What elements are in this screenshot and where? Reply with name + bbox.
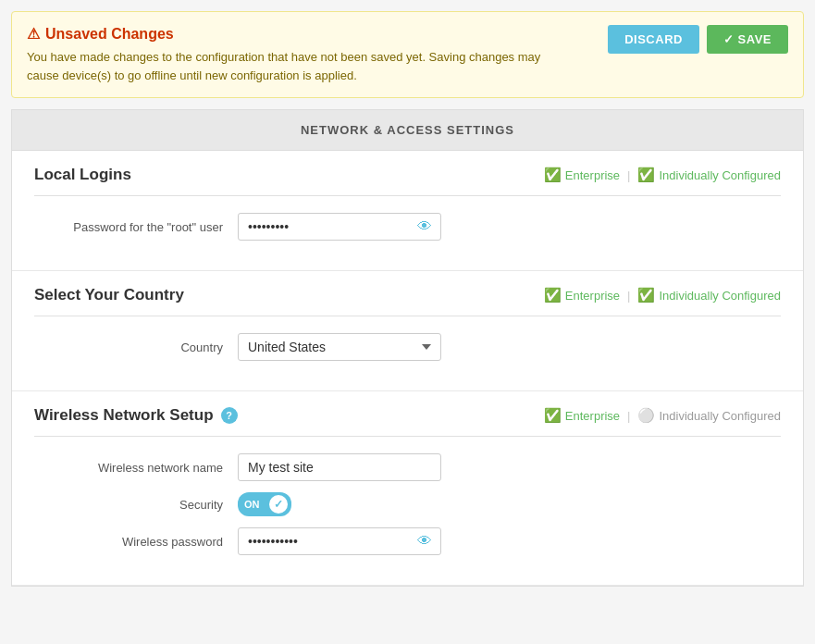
badge-enterprise-country: ✅ Enterprise [544, 287, 620, 303]
country-select-wrap: United States Canada United Kingdom Aust… [238, 333, 441, 361]
wireless-help-icon[interactable]: ? [221, 407, 238, 424]
wifi-password-label: Wireless password [53, 535, 238, 549]
badge-enterprise-wireless: ✅ Enterprise [544, 407, 620, 424]
security-toggle-wrap: ON ✓ [238, 492, 291, 516]
badge-separator-country: | [627, 289, 630, 303]
form-row-security: Security ON ✓ [34, 492, 781, 516]
discard-button[interactable]: DISCARD [608, 25, 699, 54]
wifi-name-input[interactable] [238, 453, 441, 481]
root-password-input[interactable] [238, 213, 441, 241]
badge-separator-wireless: | [627, 409, 630, 423]
form-row-wifi-name: Wireless network name [34, 453, 781, 481]
toggle-label: ON [244, 499, 260, 510]
security-toggle[interactable]: ON ✓ [238, 492, 291, 516]
enterprise-check-icon-wireless: ✅ [544, 407, 562, 424]
badge-separator: | [627, 168, 630, 182]
root-password-eye-icon[interactable]: 👁 [417, 218, 432, 235]
wifi-name-wrap [238, 453, 441, 481]
section-local-logins-title: Local Logins [34, 166, 131, 184]
form-row-root-password: Password for the "root" user 👁 [34, 213, 781, 241]
enterprise-check-icon-country: ✅ [544, 287, 562, 303]
badge-individual-wireless: ⚪ Individually Configured [637, 407, 781, 424]
security-label: Security [53, 498, 238, 512]
toggle-knob: ✓ [269, 495, 288, 514]
individual-check-icon-country: ✅ [637, 287, 655, 303]
wifi-password-input[interactable] [238, 527, 441, 555]
wifi-password-eye-icon[interactable]: 👁 [417, 533, 432, 550]
toggle-check-icon: ✓ [274, 498, 283, 511]
page-header: NETWORK & ACCESS SETTINGS [11, 109, 804, 151]
individual-check-icon: ✅ [637, 167, 655, 183]
section-local-logins: Local Logins ✅ Enterprise | ✅ Individual… [12, 151, 803, 271]
section-country-title: Select Your Country [34, 286, 184, 304]
unsaved-banner: ⚠ Unsaved Changes You have made changes … [11, 11, 804, 98]
form-row-country: Country United States Canada United King… [34, 333, 781, 361]
badge-enterprise-local-logins: ✅ Enterprise [544, 167, 620, 183]
section-select-country: Select Your Country ✅ Enterprise | ✅ Ind… [12, 271, 803, 391]
section-wireless: Wireless Network Setup ? ✅ Enterprise | … [12, 391, 803, 586]
banner-content: ⚠ Unsaved Changes You have made changes … [27, 25, 593, 84]
section-local-logins-badges: ✅ Enterprise | ✅ Individually Configured [544, 167, 781, 183]
section-wireless-header: Wireless Network Setup ? ✅ Enterprise | … [34, 406, 781, 437]
section-local-logins-header: Local Logins ✅ Enterprise | ✅ Individual… [34, 166, 781, 196]
banner-title: ⚠ Unsaved Changes [27, 25, 593, 43]
root-password-wrap: 👁 [238, 213, 441, 241]
badge-individual-local-logins: ✅ Individually Configured [637, 167, 781, 183]
section-country-header: Select Your Country ✅ Enterprise | ✅ Ind… [34, 286, 781, 316]
badge-individual-country: ✅ Individually Configured [637, 287, 781, 303]
save-button[interactable]: ✓ SAVE [707, 25, 788, 54]
form-row-wifi-password: Wireless password 👁 [34, 527, 781, 555]
banner-buttons: DISCARD ✓ SAVE [608, 25, 788, 54]
individual-check-icon-wireless: ⚪ [637, 407, 655, 424]
country-select[interactable]: United States Canada United Kingdom Aust… [238, 333, 441, 361]
warning-icon: ⚠ [27, 25, 40, 43]
section-country-badges: ✅ Enterprise | ✅ Individually Configured [544, 287, 781, 303]
wifi-name-label: Wireless network name [53, 461, 238, 475]
root-password-label: Password for the "root" user [53, 220, 238, 234]
banner-description: You have made changes to the configurati… [27, 48, 563, 84]
section-wireless-title: Wireless Network Setup ? [34, 406, 238, 425]
main-content: Local Logins ✅ Enterprise | ✅ Individual… [11, 151, 804, 587]
enterprise-check-icon: ✅ [544, 167, 562, 183]
section-wireless-badges: ✅ Enterprise | ⚪ Individually Configured [544, 407, 781, 424]
wifi-password-wrap: 👁 [238, 527, 441, 555]
country-label: Country [53, 341, 238, 354]
